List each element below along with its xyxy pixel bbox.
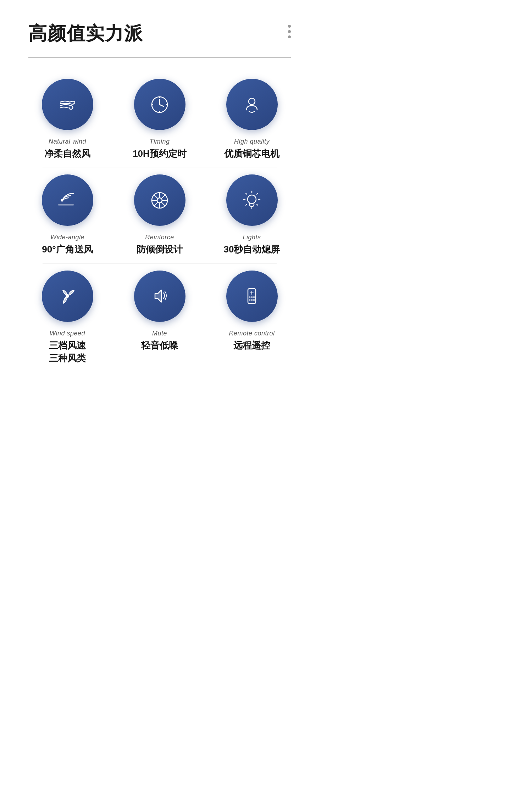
svg-point-37: [251, 299, 253, 301]
svg-point-5: [159, 111, 160, 112]
feature-timing: Timing 10H预约定时: [121, 79, 199, 160]
mute-icon: [147, 284, 172, 308]
remote-control-icon-circle: [226, 271, 278, 322]
svg-line-28: [257, 204, 258, 205]
svg-point-4: [166, 104, 167, 105]
divider-1: [43, 167, 277, 167]
features-row-2: Wide-angle 90°广角送风 Reinf: [21, 174, 298, 256]
svg-point-20: [248, 195, 256, 204]
lights-label-zh: 30秒自动熄屏: [224, 243, 280, 256]
divider-2: [43, 263, 277, 263]
wind-speed-label-zh: 三档风速 三种风类: [49, 339, 86, 365]
features-row-3: Wind speed 三档风速 三种风类 Mute 轻音低噪: [21, 271, 298, 365]
high-quality-icon-circle: [226, 79, 278, 130]
svg-rect-30: [248, 289, 256, 304]
clock-icon: [147, 92, 172, 117]
remote-icon: [239, 284, 264, 308]
wide-angle-icon-circle: [42, 174, 93, 226]
feature-wide-angle: Wide-angle 90°广角送风: [28, 174, 106, 256]
svg-point-38: [253, 299, 255, 301]
features-row-1: Natural wind 净柔自然风 Timing 10H预约定时: [21, 79, 298, 160]
svg-point-35: [253, 296, 255, 298]
menu-dot-3: [288, 35, 291, 38]
menu-dot-2: [288, 30, 291, 33]
lights-icon-circle: [226, 174, 278, 226]
svg-line-17: [161, 202, 165, 206]
svg-point-34: [251, 296, 253, 298]
menu-button[interactable]: [288, 21, 291, 38]
svg-point-33: [249, 296, 251, 298]
svg-line-27: [246, 204, 247, 205]
remote-control-label-zh: 远程遥控: [233, 339, 270, 352]
reinforce-icon-circle: [134, 174, 185, 226]
feature-high-quality: High quality 优质铜芯电机: [213, 79, 291, 160]
timing-label-en: Timing: [150, 138, 170, 145]
natural-wind-label-zh: 净柔自然风: [44, 147, 90, 160]
reinforce-icon: [147, 188, 172, 213]
svg-line-2: [160, 105, 164, 106]
svg-line-19: [154, 202, 158, 206]
lights-label-en: Lights: [243, 234, 261, 241]
quality-icon: [239, 92, 264, 117]
svg-line-16: [154, 195, 158, 199]
features-section: Natural wind 净柔自然风 Timing 10H预约定时: [0, 57, 319, 386]
natural-wind-icon-circle: [42, 79, 93, 130]
feature-natural-wind: Natural wind 净柔自然风: [28, 79, 106, 160]
menu-dot-1: [288, 25, 291, 28]
svg-point-3: [159, 97, 160, 98]
mute-icon-circle: [134, 271, 185, 322]
page-title: 高颜值实力派: [28, 21, 143, 46]
svg-line-26: [257, 193, 258, 194]
light-icon: [239, 188, 264, 213]
feature-reinforce: Reinforce 防倾倒设计: [121, 174, 199, 256]
feature-lights: Lights 30秒自动熄屏: [213, 174, 291, 256]
reinforce-label-en: Reinforce: [145, 234, 174, 241]
svg-point-36: [249, 299, 251, 301]
high-quality-label-en: High quality: [234, 138, 270, 145]
mute-label-en: Mute: [152, 330, 167, 337]
timing-icon-circle: [134, 79, 185, 130]
remote-control-label-en: Remote control: [229, 330, 275, 337]
feature-wind-speed: Wind speed 三档风速 三种风类: [28, 271, 106, 365]
mute-label-zh: 轻音低噪: [141, 339, 178, 352]
wide-angle-label-zh: 90°广角送风: [42, 243, 93, 256]
wind-icon: [55, 92, 80, 117]
svg-point-6: [152, 104, 153, 105]
header: 高颜值实力派: [0, 0, 319, 46]
timing-label-zh: 10H预约定时: [133, 147, 187, 160]
svg-line-25: [246, 193, 247, 194]
fan-icon: [55, 284, 80, 308]
wide-angle-label-en: Wide-angle: [50, 234, 84, 241]
feature-remote-control: Remote control 远程遥控: [213, 271, 291, 352]
wind-speed-icon-circle: [42, 271, 93, 322]
feature-mute: Mute 轻音低噪: [121, 271, 199, 352]
svg-point-8: [61, 199, 63, 201]
high-quality-label-zh: 优质铜芯电机: [224, 147, 279, 160]
svg-line-18: [161, 195, 165, 199]
wind-speed-label-en: Wind speed: [50, 330, 85, 337]
wideangle-icon: [55, 188, 80, 213]
svg-point-7: [249, 98, 255, 105]
natural-wind-label-en: Natural wind: [49, 138, 86, 145]
reinforce-label-zh: 防倾倒设计: [137, 243, 183, 256]
